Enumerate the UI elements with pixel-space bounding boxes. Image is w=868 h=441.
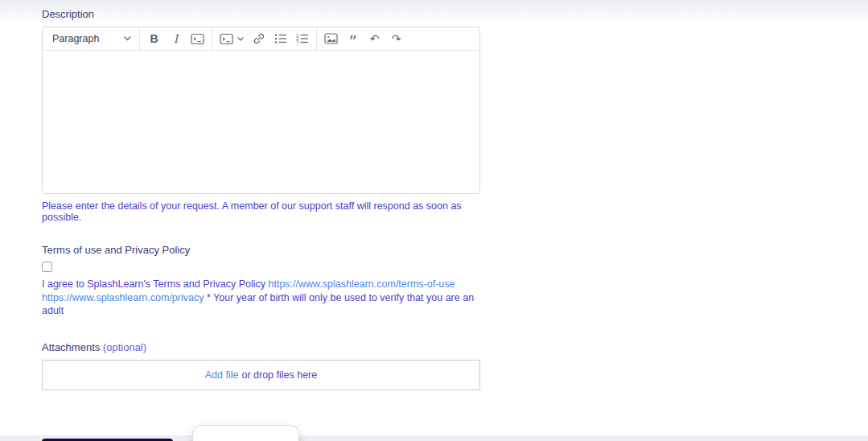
agreement-prefix: I agree to SplashLearn's Terms and Priva… bbox=[42, 278, 265, 290]
italic-button[interactable]: I bbox=[165, 29, 187, 49]
redo-icon: ↷ bbox=[392, 32, 401, 45]
file-dropzone[interactable]: Add file or drop files here bbox=[42, 360, 480, 390]
rich-text-editor: Paragraph B I bbox=[42, 27, 480, 194]
bold-icon: B bbox=[150, 32, 158, 45]
bullet-list-icon bbox=[274, 33, 287, 44]
chevron-down-icon bbox=[124, 36, 131, 41]
toolbar-separator bbox=[139, 27, 140, 50]
link-button[interactable] bbox=[248, 29, 269, 49]
chevron-down-icon bbox=[237, 37, 244, 41]
attachments-label-text: Attachments bbox=[42, 341, 100, 353]
description-helper-text: Please enter the details of your request… bbox=[42, 200, 480, 223]
terms-checkbox[interactable] bbox=[42, 262, 52, 272]
terms-agreement-text: I agree to SplashLearn's Terms and Priva… bbox=[42, 278, 480, 318]
quote-button[interactable]: ” bbox=[342, 29, 364, 49]
insert-image-button[interactable] bbox=[320, 29, 342, 49]
code-block-dropdown[interactable] bbox=[216, 29, 248, 49]
description-label: Description bbox=[42, 8, 480, 20]
svg-text:3: 3 bbox=[296, 39, 299, 44]
code-block-icon bbox=[220, 33, 233, 45]
paragraph-style-dropdown[interactable]: Paragraph bbox=[46, 29, 136, 49]
support-request-form: Description Paragraph B I bbox=[42, 8, 480, 441]
quote-icon: ” bbox=[348, 31, 356, 46]
attachments-optional-text: (optional) bbox=[103, 341, 146, 353]
ordered-list-button[interactable]: 123 bbox=[291, 29, 313, 49]
code-span-button[interactable] bbox=[187, 29, 208, 49]
toolbar-separator bbox=[212, 27, 212, 50]
drop-files-text: or drop files here bbox=[241, 369, 317, 381]
bullet-list-button[interactable] bbox=[269, 29, 291, 49]
undo-button[interactable]: ↶ bbox=[364, 29, 385, 49]
redo-button[interactable]: ↷ bbox=[385, 29, 407, 49]
terms-of-use-link[interactable]: https://www.splashlearn.com/terms-of-use bbox=[268, 278, 455, 290]
ordered-list-icon: 123 bbox=[296, 33, 309, 44]
undo-icon: ↶ bbox=[370, 32, 380, 45]
submit-row: Submit Click Here bbox=[42, 439, 480, 441]
description-textarea[interactable] bbox=[43, 51, 479, 193]
code-span-icon bbox=[191, 33, 204, 45]
toolbar-separator bbox=[316, 27, 317, 50]
submit-button[interactable]: Submit bbox=[42, 439, 173, 441]
link-icon bbox=[253, 32, 265, 45]
editor-toolbar: Paragraph B I bbox=[43, 27, 479, 51]
privacy-policy-link[interactable]: https://www.splashlearn.com/privacy bbox=[42, 292, 204, 303]
bold-button[interactable]: B bbox=[143, 29, 165, 49]
add-file-link[interactable]: Add file bbox=[205, 369, 239, 381]
click-here-callout: Click Here bbox=[192, 425, 299, 441]
attachments-label: Attachments (optional) bbox=[42, 341, 480, 353]
terms-label: Terms of use and Privacy Policy bbox=[42, 244, 480, 256]
italic-icon: I bbox=[174, 32, 179, 45]
paragraph-style-label: Paragraph bbox=[52, 33, 99, 44]
image-icon bbox=[324, 33, 338, 44]
